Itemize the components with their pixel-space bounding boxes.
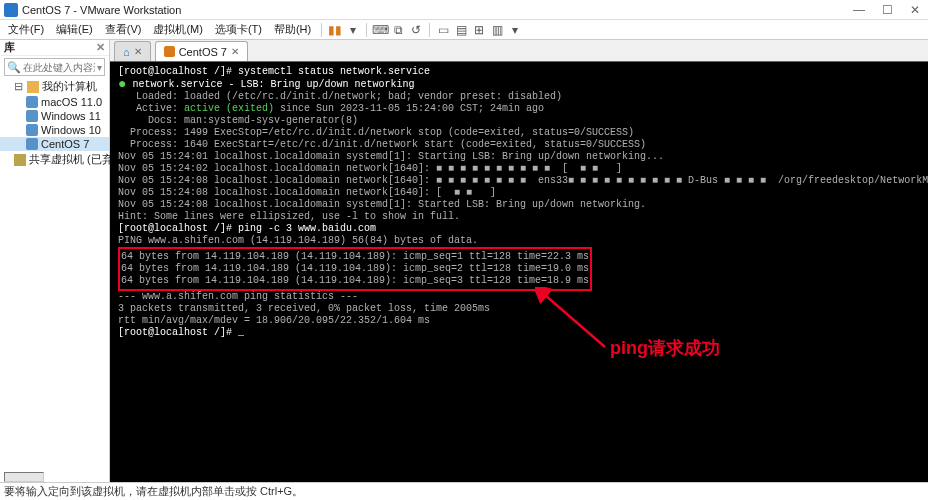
vm-tab-icon	[164, 46, 175, 57]
fullscreen-icon[interactable]: ▭	[434, 23, 452, 37]
terminal-line: Docs: man:systemd-sysv-generator(8)	[118, 115, 928, 127]
sidebar-slider[interactable]	[4, 472, 44, 482]
send-keys-icon[interactable]: ⌨	[371, 23, 389, 37]
tree-label: Windows 11	[41, 110, 101, 122]
vm-console-terminal[interactable]: [root@localhost /]# systemctl status net…	[110, 62, 928, 482]
tab-close-icon[interactable]: ✕	[134, 46, 142, 57]
sidebar-search[interactable]: 🔍 ▾	[4, 58, 105, 76]
menu-view[interactable]: 查看(V)	[99, 20, 148, 39]
vm-tree: ⊟ 我的计算机 macOS 11.0 Windows 11 Windows 10…	[0, 78, 109, 168]
menu-tabs[interactable]: 选项卡(T)	[209, 20, 268, 39]
toolbar-separator	[366, 23, 367, 37]
minimize-button[interactable]: —	[850, 3, 868, 17]
sidebar: 库 ✕ 🔍 ▾ ⊟ 我的计算机 macOS 11.0 Windows 11	[0, 40, 110, 482]
terminal-line: Hint: Some lines were ellipsized, use -l…	[118, 211, 928, 223]
unity-icon[interactable]: ▤	[452, 23, 470, 37]
terminal-line: Process: 1640 ExecStart=/etc/rc.d/init.d…	[118, 139, 928, 151]
main-panel: ⌂ ✕ CentOS 7 ✕ [root@localhost /]# syste…	[110, 40, 928, 482]
tree-label: 我的计算机	[42, 79, 97, 94]
terminal-line: Process: 1499 ExecStop=/etc/rc.d/init.d/…	[118, 127, 928, 139]
terminal-line: 64 bytes from 14.119.104.189 (14.119.104…	[121, 251, 589, 263]
window-title: CentOS 7 - VMware Workstation	[22, 4, 850, 16]
menu-edit[interactable]: 编辑(E)	[50, 20, 99, 39]
tree-root-my-computer[interactable]: ⊟ 我的计算机	[0, 78, 109, 95]
dropdown-icon[interactable]: ▾	[344, 23, 362, 37]
window-controls: — ☐ ✕	[850, 3, 924, 17]
thumbnail-icon[interactable]: ⊞	[470, 23, 488, 37]
search-icon: 🔍	[7, 61, 21, 74]
vm-icon	[26, 110, 38, 122]
tab-close-icon[interactable]: ✕	[231, 46, 239, 57]
terminal-line: Loaded: loaded (/etc/rc.d/init.d/network…	[118, 91, 928, 103]
terminal-line: Nov 05 15:24:01 localhost.localdomain sy…	[118, 151, 928, 163]
terminal-line: ● network.service - LSB: Bring up/down n…	[118, 78, 928, 91]
tab-centos7[interactable]: CentOS 7 ✕	[155, 41, 248, 61]
search-dropdown-icon[interactable]: ▾	[97, 62, 102, 73]
tree-label: macOS 11.0	[41, 96, 102, 108]
stretch-icon[interactable]: ▥	[488, 23, 506, 37]
maximize-button[interactable]: ☐	[878, 3, 896, 17]
ping-highlight-box: 64 bytes from 14.119.104.189 (14.119.104…	[118, 247, 592, 291]
vm-icon	[26, 96, 38, 108]
terminal-line: --- www.a.shifen.com ping statistics ---	[118, 291, 928, 303]
home-icon: ⌂	[123, 46, 130, 58]
terminal-line: [root@localhost /]# ping -c 3 www.baidu.…	[118, 223, 928, 235]
vmware-app-icon	[4, 3, 18, 17]
tree-shared-vms[interactable]: 共享虚拟机 (已弃用)	[0, 151, 109, 168]
terminal-line: Nov 05 15:24:08 localhost.localdomain sy…	[118, 199, 928, 211]
tabbar: ⌂ ✕ CentOS 7 ✕	[110, 40, 928, 62]
shared-icon	[14, 154, 26, 166]
terminal-line: [root@localhost /]# systemctl status net…	[118, 66, 928, 78]
tree-vm-macos[interactable]: macOS 11.0	[0, 95, 109, 109]
snapshot-icon[interactable]: ⧉	[389, 23, 407, 37]
annotation-text: ping请求成功	[610, 342, 720, 354]
toolbar-separator	[321, 23, 322, 37]
terminal-line: 3 packets transmitted, 3 received, 0% pa…	[118, 303, 928, 315]
tree-label: CentOS 7	[41, 138, 89, 150]
terminal-line: PING www.a.shifen.com (14.119.104.189) 5…	[118, 235, 928, 247]
computer-icon	[27, 81, 39, 93]
terminal-line: rtt min/avg/max/mdev = 18.906/20.095/22.…	[118, 315, 928, 327]
sidebar-title: 库	[4, 40, 15, 55]
close-button[interactable]: ✕	[906, 3, 924, 17]
statusbar-text: 要将输入定向到该虚拟机，请在虚拟机内部单击或按 Ctrl+G。	[4, 484, 303, 499]
menu-help[interactable]: 帮助(H)	[268, 20, 317, 39]
search-input[interactable]	[21, 61, 97, 74]
toolbar-separator	[429, 23, 430, 37]
pause-icon[interactable]: ▮▮	[326, 23, 344, 37]
revert-icon[interactable]: ↺	[407, 23, 425, 37]
vm-icon	[26, 124, 38, 136]
tree-vm-win11[interactable]: Windows 11	[0, 109, 109, 123]
sidebar-close-icon[interactable]: ✕	[96, 41, 105, 54]
terminal-line: Nov 05 15:24:08 localhost.localdomain ne…	[118, 175, 928, 187]
terminal-line: 64 bytes from 14.119.104.189 (14.119.104…	[121, 263, 589, 275]
tab-label: CentOS 7	[179, 46, 227, 58]
menu-file[interactable]: 文件(F)	[2, 20, 50, 39]
menubar: 文件(F) 编辑(E) 查看(V) 虚拟机(M) 选项卡(T) 帮助(H) ▮▮…	[0, 20, 928, 40]
dropdown2-icon[interactable]: ▾	[506, 23, 524, 37]
tree-label: Windows 10	[41, 124, 101, 136]
terminal-line: [root@localhost /]# _	[118, 327, 928, 339]
terminal-line: Active: active (exited) since Sun 2023-1…	[118, 103, 928, 115]
tree-toggle-icon[interactable]: ⊟	[14, 80, 24, 93]
terminal-line: Nov 05 15:24:02 localhost.localdomain ne…	[118, 163, 928, 175]
statusbar: 要将输入定向到该虚拟机，请在虚拟机内部单击或按 Ctrl+G。	[0, 482, 928, 500]
vm-icon	[26, 138, 38, 150]
terminal-line: 64 bytes from 14.119.104.189 (14.119.104…	[121, 275, 589, 287]
terminal-line: Nov 05 15:24:08 localhost.localdomain ne…	[118, 187, 928, 199]
tab-home[interactable]: ⌂ ✕	[114, 41, 151, 61]
tree-vm-centos7[interactable]: CentOS 7	[0, 137, 109, 151]
sidebar-header: 库 ✕	[0, 40, 109, 56]
tree-vm-win10[interactable]: Windows 10	[0, 123, 109, 137]
content-area: 库 ✕ 🔍 ▾ ⊟ 我的计算机 macOS 11.0 Windows 11	[0, 40, 928, 482]
menu-vm[interactable]: 虚拟机(M)	[147, 20, 209, 39]
window-titlebar: CentOS 7 - VMware Workstation — ☐ ✕	[0, 0, 928, 20]
